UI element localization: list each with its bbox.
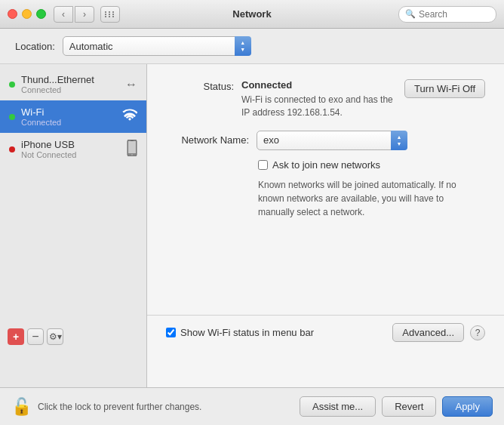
- assist-me-button[interactable]: Assist me...: [300, 396, 376, 417]
- main-content: Thund...Ethernet Connected ↔ Wi-Fi Conne…: [0, 64, 504, 387]
- status-row: Status: Connected Wi-Fi is connected to …: [166, 79, 485, 119]
- show-wifi-row: Show Wi-Fi status in menu bar: [166, 327, 314, 338]
- svg-rect-1: [128, 141, 136, 153]
- traffic-lights: [8, 9, 46, 19]
- wifi-icon: [122, 109, 137, 125]
- network-status-iphone: Not Connected: [21, 150, 121, 159]
- network-name-select[interactable]: exo Other Network...: [257, 131, 407, 150]
- window-title: Network: [232, 8, 271, 20]
- minimize-button[interactable]: [22, 9, 32, 19]
- status-value-block: Connected Wi-Fi is connected to exo and …: [241, 79, 393, 119]
- ask-join-label: Ask to join new networks: [272, 159, 380, 171]
- grid-icon: [105, 11, 115, 17]
- search-input[interactable]: [419, 9, 490, 20]
- show-wifi-label: Show Wi-Fi status in menu bar: [180, 327, 314, 338]
- network-status-wifi: Connected: [21, 118, 116, 127]
- status-description: Wi-Fi is connected to exo and has the IP…: [241, 94, 393, 119]
- network-name-select-wrapper: exo Other Network...: [257, 131, 407, 150]
- status-dot-iphone: [9, 146, 15, 152]
- location-label: Location:: [15, 41, 55, 52]
- ask-join-row: Ask to join new networks: [258, 159, 485, 171]
- gear-button[interactable]: ⚙▾: [47, 328, 63, 345]
- info-text: Known networks will be joined automatica…: [258, 178, 469, 219]
- search-box[interactable]: 🔍: [398, 6, 496, 23]
- help-button[interactable]: ?: [470, 325, 485, 340]
- network-name-wifi: Wi-Fi: [21, 106, 116, 118]
- add-network-button[interactable]: +: [8, 328, 24, 345]
- network-name-row: Network Name: exo Other Network...: [166, 131, 485, 150]
- back-button[interactable]: ‹: [54, 6, 73, 23]
- status-connected: Connected: [241, 79, 292, 91]
- iphone-icon: [127, 140, 137, 159]
- maximize-button[interactable]: [36, 9, 46, 19]
- titlebar: ‹ › Network 🔍: [0, 0, 504, 29]
- network-info-iphone: iPhone USB Not Connected: [21, 139, 121, 159]
- close-button[interactable]: [8, 9, 17, 19]
- remove-network-button[interactable]: −: [27, 328, 44, 345]
- apply-button[interactable]: Apply: [442, 396, 493, 417]
- footer: 🔓 Click the lock to prevent further chan…: [0, 387, 504, 425]
- network-name-ethernet: Thund...Ethernet: [21, 74, 119, 85]
- grid-button[interactable]: [100, 6, 120, 23]
- sidebar-item-iphone-usb[interactable]: iPhone USB Not Connected: [0, 133, 146, 165]
- sidebar-item-ethernet[interactable]: Thund...Ethernet Connected ↔: [0, 68, 146, 100]
- network-name-label: Network Name:: [166, 134, 257, 146]
- network-status-ethernet: Connected: [21, 85, 119, 94]
- status-dot-ethernet: [9, 82, 15, 88]
- network-info-ethernet: Thund...Ethernet Connected: [21, 74, 119, 94]
- search-icon: 🔍: [405, 9, 416, 19]
- nav-buttons: ‹ ›: [54, 6, 94, 23]
- svg-rect-3: [131, 140, 134, 141]
- advanced-button[interactable]: Advanced...: [392, 323, 464, 342]
- network-info-wifi: Wi-Fi Connected: [21, 106, 116, 127]
- ethernet-icon: ↔: [125, 78, 137, 91]
- forward-button[interactable]: ›: [75, 6, 94, 23]
- right-panel-bottom: Show Wi-Fi status in menu bar Advanced..…: [147, 315, 504, 350]
- lock-text: Click the lock to prevent further change…: [38, 402, 293, 412]
- location-select[interactable]: Automatic Home Work: [63, 36, 251, 56]
- lock-icon[interactable]: 🔓: [11, 397, 32, 417]
- revert-button[interactable]: Revert: [382, 396, 436, 417]
- sidebar-controls: + − ⚙▾: [0, 324, 147, 350]
- show-wifi-checkbox[interactable]: [166, 328, 176, 337]
- location-select-wrapper: Automatic Home Work: [63, 36, 251, 56]
- sidebar-item-wifi[interactable]: Wi-Fi Connected: [0, 100, 146, 133]
- svg-point-2: [131, 154, 133, 156]
- status-label: Status:: [166, 79, 241, 92]
- status-dot-wifi: [9, 114, 15, 120]
- ask-join-checkbox[interactable]: [258, 160, 268, 170]
- location-bar: Location: Automatic Home Work: [0, 29, 504, 64]
- turn-wifi-button[interactable]: Turn Wi-Fi Off: [404, 79, 485, 98]
- network-name-iphone: iPhone USB: [21, 139, 121, 150]
